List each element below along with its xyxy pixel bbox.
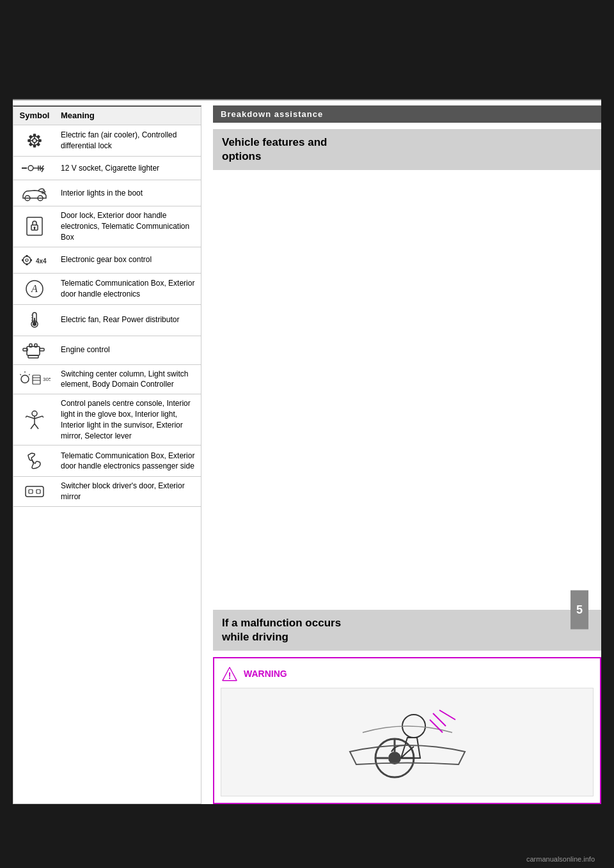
top-rule bbox=[13, 99, 601, 100]
symbol-cell bbox=[13, 157, 56, 180]
meaning-cell: Switcher block driver's door, Exterior m… bbox=[56, 477, 201, 507]
breakdown-header-text: Breakdown assistance bbox=[221, 109, 323, 119]
table-row: Telematic Communication Box, Exterior do… bbox=[13, 446, 201, 477]
meaning-header: Meaning bbox=[56, 107, 201, 125]
table-row: A Telematic Communication Box, Exterior … bbox=[13, 273, 201, 304]
svg-rect-5 bbox=[39, 140, 41, 142]
svg-rect-42 bbox=[29, 344, 32, 347]
warning-label: WARNING bbox=[244, 669, 287, 679]
car-driving-illustration bbox=[343, 694, 471, 790]
control-panels-icon bbox=[22, 410, 47, 430]
symbol-cell bbox=[13, 477, 56, 507]
telematics-a-icon: A bbox=[23, 277, 46, 300]
light-switch-icon: 305 bbox=[19, 370, 51, 388]
black-border-bottom bbox=[0, 804, 614, 868]
meaning-cell: 12 V socket, Cigarette lighter bbox=[56, 157, 201, 180]
meaning-cell: Electric fan (air cooler), Controlled di… bbox=[56, 125, 201, 157]
black-border-top bbox=[0, 0, 614, 99]
vehicle-features-line1: Vehicle features and bbox=[222, 136, 327, 148]
svg-rect-9 bbox=[37, 143, 40, 146]
malfunction-line2: while driving bbox=[222, 631, 288, 643]
warning-image-area bbox=[221, 688, 594, 796]
svg-rect-44 bbox=[40, 348, 44, 351]
svg-point-37 bbox=[33, 322, 36, 326]
switcher-block-icon bbox=[23, 483, 46, 500]
svg-line-57 bbox=[31, 424, 35, 429]
table-row: 305 Switching center column, Light switc… bbox=[13, 364, 201, 394]
meaning-text: Switching center column, Light switch el… bbox=[61, 369, 188, 389]
page: Symbol Meaning bbox=[0, 0, 614, 868]
table-row: Door lock, Exterior door handle electron… bbox=[13, 206, 201, 247]
meaning-cell: Electronic gear box control bbox=[56, 247, 201, 273]
svg-point-26 bbox=[26, 259, 28, 261]
svg-rect-8 bbox=[29, 143, 32, 146]
svg-text:305: 305 bbox=[43, 376, 51, 382]
symbol-cell: A bbox=[13, 273, 56, 304]
table-row: Control panels centre console, Interior … bbox=[13, 394, 201, 446]
gear-4x4-icon: 4x4 bbox=[20, 251, 49, 269]
fan-electric-icon bbox=[23, 309, 46, 332]
table-row: Engine control bbox=[13, 336, 201, 364]
table-row: 12 V socket, Cigarette lighter bbox=[13, 157, 201, 180]
svg-rect-2 bbox=[34, 134, 36, 136]
symbol-cell: 4x4 bbox=[13, 247, 56, 273]
svg-rect-21 bbox=[27, 217, 42, 235]
svg-rect-59 bbox=[26, 486, 43, 497]
meaning-text: Door lock, Exterior door handle electron… bbox=[61, 211, 189, 242]
cigarette-lighter-icon bbox=[20, 160, 49, 176]
section-number: 5 bbox=[576, 603, 583, 616]
black-border-left bbox=[0, 99, 13, 868]
symbol-cell bbox=[13, 206, 56, 247]
right-column: Breakdown assistance Vehicle features an… bbox=[201, 105, 601, 804]
telematics-phone-icon bbox=[23, 449, 46, 472]
engine-icon bbox=[22, 340, 47, 360]
symbol-cell bbox=[13, 394, 56, 446]
svg-point-1 bbox=[33, 139, 36, 143]
svg-text:4x4: 4x4 bbox=[36, 258, 47, 265]
vehicle-features-box: Vehicle features and options bbox=[213, 129, 601, 170]
svg-rect-51 bbox=[33, 375, 40, 384]
svg-rect-6 bbox=[29, 136, 32, 138]
meaning-cell: Electric fan, Rear Power distributor bbox=[56, 304, 201, 336]
warning-box: ! WARNING bbox=[213, 657, 601, 804]
svg-rect-28 bbox=[26, 263, 28, 265]
svg-text:!: ! bbox=[228, 670, 232, 681]
svg-line-50 bbox=[20, 375, 20, 375]
malfunction-title: If a malfunction occurs while driving bbox=[222, 616, 592, 644]
meaning-cell: Telematic Communication Box, Exterior do… bbox=[56, 273, 201, 304]
meaning-cell: Interior lights in the boot bbox=[56, 180, 201, 206]
meaning-cell: Control panels centre console, Interior … bbox=[56, 394, 201, 446]
content-area: Symbol Meaning bbox=[13, 99, 601, 804]
symbol-table: Symbol Meaning bbox=[13, 107, 201, 507]
table-row: 4x4 Electronic gear box control bbox=[13, 247, 201, 273]
car-light-icon bbox=[20, 184, 49, 202]
meaning-text: Control panels centre console, Interior … bbox=[61, 399, 191, 440]
table-row: Switcher block driver's door, Exterior m… bbox=[13, 477, 201, 507]
watermark-text: carmanualsonline.info bbox=[526, 855, 595, 863]
symbol-cell bbox=[13, 446, 56, 477]
meaning-text: Telematic Communication Box, Exterior do… bbox=[61, 279, 194, 298]
symbol-cell: 305 bbox=[13, 364, 56, 394]
svg-rect-46 bbox=[28, 355, 38, 358]
svg-point-25 bbox=[23, 256, 31, 264]
svg-point-11 bbox=[28, 166, 33, 171]
meaning-text: Electric fan, Rear Power distributor bbox=[61, 315, 179, 324]
warning-triangle-icon: ! bbox=[221, 665, 239, 683]
svg-point-55 bbox=[32, 411, 37, 416]
breakdown-header: Breakdown assistance bbox=[213, 105, 601, 123]
vehicle-features-title: Vehicle features and options bbox=[222, 136, 592, 164]
spacer bbox=[213, 180, 601, 610]
svg-rect-29 bbox=[22, 259, 24, 261]
vehicle-features-line2: options bbox=[222, 150, 261, 162]
table-row: Electric fan (air cooler), Controlled di… bbox=[13, 125, 201, 157]
svg-point-47 bbox=[21, 375, 29, 383]
two-col-layout: Symbol Meaning bbox=[13, 105, 601, 804]
svg-rect-43 bbox=[35, 344, 37, 347]
symbol-cell bbox=[13, 125, 56, 157]
svg-line-49 bbox=[29, 375, 29, 375]
svg-line-73 bbox=[439, 710, 455, 720]
meaning-cell: Engine control bbox=[56, 336, 201, 364]
malfunction-line1: If a malfunction occurs bbox=[222, 617, 341, 629]
symbol-header: Symbol bbox=[13, 107, 56, 125]
symbol-cell bbox=[13, 304, 56, 336]
